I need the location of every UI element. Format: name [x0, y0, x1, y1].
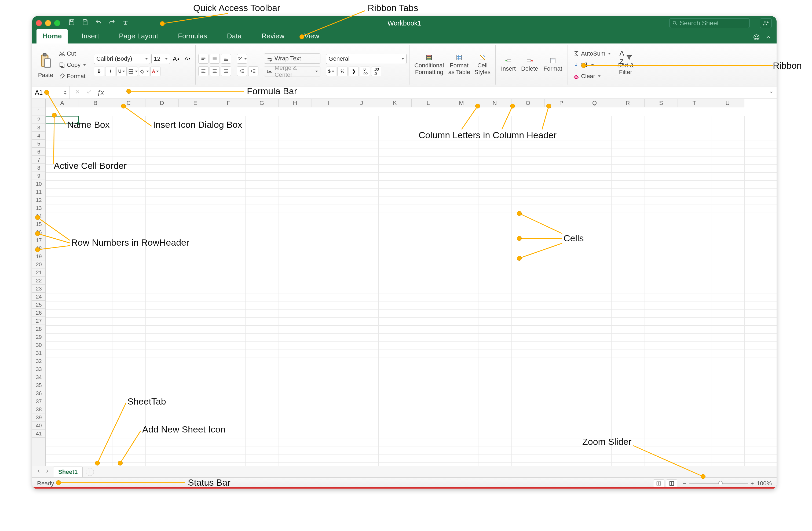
row-header[interactable]: 20: [32, 260, 45, 269]
increase-font-icon[interactable]: A▲: [171, 54, 182, 63]
column-header[interactable]: R: [611, 99, 644, 107]
row-header[interactable]: 5: [32, 140, 45, 148]
format-cells-icon[interactable]: [550, 57, 556, 64]
row-header[interactable]: 35: [32, 381, 45, 389]
decrease-decimal-icon[interactable]: .00.0: [371, 67, 381, 76]
row-header[interactable]: 22: [32, 276, 45, 285]
column-header[interactable]: M: [445, 99, 478, 107]
column-header[interactable]: I: [312, 99, 345, 107]
row-header[interactable]: 39: [32, 413, 45, 421]
spreadsheet-grid[interactable]: ABCDEFGHIJKLMNOPQRSTU 123456789101112131…: [32, 99, 777, 466]
tab-formulas[interactable]: Formulas: [172, 29, 213, 43]
row-header[interactable]: 15: [32, 220, 45, 228]
column-header[interactable]: H: [278, 99, 312, 107]
row-header[interactable]: 2: [32, 115, 45, 124]
column-header[interactable]: A: [46, 99, 79, 107]
cells-area[interactable]: [46, 116, 777, 466]
row-header[interactable]: 38: [32, 405, 45, 413]
autosum-button[interactable]: AutoSum: [570, 48, 613, 59]
fill-color-button[interactable]: [139, 67, 149, 76]
expand-formula-bar-icon[interactable]: [769, 89, 774, 96]
clear-button[interactable]: Clear: [570, 71, 603, 81]
delete-cells-icon[interactable]: [526, 57, 533, 64]
search-sheet-input[interactable]: Search Sheet: [669, 18, 750, 28]
align-top-icon[interactable]: [198, 54, 208, 63]
row-header[interactable]: 28: [32, 325, 45, 333]
column-header[interactable]: C: [112, 99, 145, 107]
column-header[interactable]: F: [212, 99, 245, 107]
row-header[interactable]: 9: [32, 172, 45, 180]
tab-home[interactable]: Home: [37, 29, 68, 43]
row-header[interactable]: 23: [32, 285, 45, 292]
row-header[interactable]: 34: [32, 373, 45, 381]
column-header[interactable]: B: [79, 99, 112, 107]
bold-button[interactable]: B: [94, 67, 104, 76]
tab-review[interactable]: Review: [256, 29, 290, 43]
column-header[interactable]: L: [412, 99, 445, 107]
window-controls[interactable]: [36, 20, 60, 26]
font-name-select[interactable]: Calibri (Body): [94, 54, 150, 64]
row-header[interactable]: 6: [32, 148, 45, 156]
row-header[interactable]: 30: [32, 341, 45, 349]
decrease-font-icon[interactable]: A▼: [183, 54, 193, 63]
column-header[interactable]: E: [179, 99, 212, 107]
row-header[interactable]: 37: [32, 397, 45, 405]
row-header[interactable]: 11: [32, 188, 45, 196]
wrap-text-button[interactable]: Wrap Text: [264, 54, 320, 63]
column-header[interactable]: N: [478, 99, 511, 107]
number-format-select[interactable]: General: [326, 54, 407, 64]
cancel-formula-icon[interactable]: [75, 89, 81, 96]
row-header[interactable]: 29: [32, 333, 45, 341]
collapse-ribbon-icon[interactable]: [765, 34, 772, 42]
increase-indent-icon[interactable]: [248, 66, 258, 76]
column-header[interactable]: U: [711, 99, 744, 107]
italic-button[interactable]: I: [105, 67, 115, 76]
row-header[interactable]: 17: [32, 236, 45, 244]
share-button[interactable]: [760, 18, 772, 28]
row-header[interactable]: 26: [32, 309, 45, 317]
row-header[interactable]: 33: [32, 365, 45, 373]
currency-icon[interactable]: $: [326, 67, 336, 76]
autosave-icon[interactable]: [68, 19, 75, 27]
font-size-select[interactable]: 12: [151, 54, 170, 64]
align-center-icon[interactable]: [209, 66, 220, 76]
row-header[interactable]: 25: [32, 301, 45, 309]
page-layout-view-icon[interactable]: [666, 479, 677, 488]
row-header[interactable]: 32: [32, 357, 45, 365]
row-header[interactable]: 27: [32, 317, 45, 325]
insert-cells-icon[interactable]: [505, 57, 511, 64]
align-right-icon[interactable]: [221, 66, 231, 76]
save-icon[interactable]: [82, 19, 89, 27]
cell-styles-icon[interactable]: [479, 54, 486, 61]
sheet-tab-sheet1[interactable]: Sheet1: [53, 467, 83, 477]
row-header[interactable]: 1: [32, 107, 45, 115]
format-as-table-icon[interactable]: [456, 54, 462, 61]
close-icon[interactable]: [36, 20, 42, 26]
row-header[interactable]: 41: [32, 430, 45, 437]
row-header[interactable]: 31: [32, 349, 45, 357]
row-header[interactable]: 4: [32, 131, 45, 140]
column-headers[interactable]: ABCDEFGHIJKLMNOPQRSTU: [46, 99, 744, 107]
row-header[interactable]: 21: [32, 269, 45, 276]
cut-button[interactable]: Cut: [56, 48, 78, 59]
align-bottom-icon[interactable]: [221, 54, 231, 63]
zoom-in-icon[interactable]: +: [751, 480, 754, 487]
paste-button[interactable]: Paste: [38, 72, 53, 78]
undo-icon[interactable]: [95, 19, 102, 27]
borders-button[interactable]: [128, 67, 138, 76]
prev-sheet-icon[interactable]: [36, 469, 41, 475]
name-box[interactable]: A1: [32, 86, 70, 99]
row-header[interactable]: 13: [32, 204, 45, 212]
tab-data[interactable]: Data: [221, 29, 248, 43]
zoom-slider[interactable]: − + 100%: [683, 480, 772, 487]
row-header[interactable]: 40: [32, 421, 45, 430]
row-header[interactable]: 12: [32, 196, 45, 204]
minimize-icon[interactable]: [45, 20, 51, 26]
row-header[interactable]: 19: [32, 252, 45, 260]
insert-function-icon[interactable]: ƒx: [97, 89, 104, 96]
normal-view-icon[interactable]: [653, 479, 664, 488]
align-middle-icon[interactable]: [209, 54, 220, 63]
column-header[interactable]: Q: [578, 99, 611, 107]
row-header[interactable]: 24: [32, 292, 45, 301]
column-header[interactable]: D: [145, 99, 179, 107]
